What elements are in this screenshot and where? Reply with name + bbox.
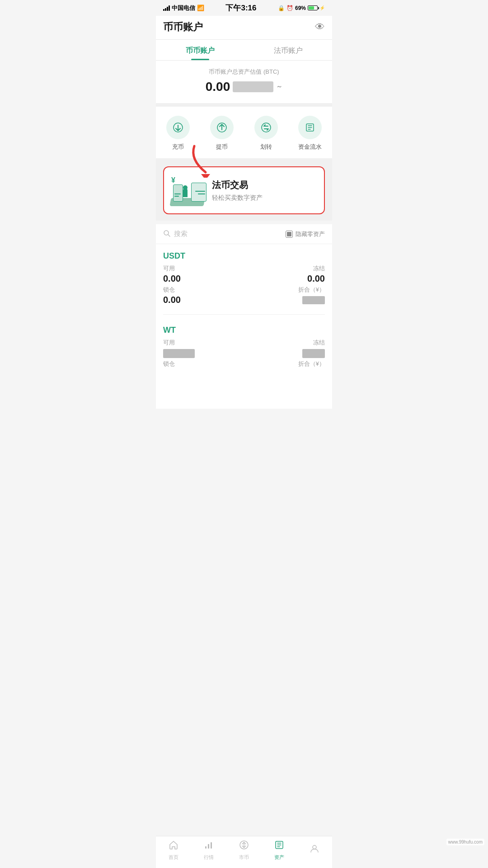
svg-line-6 <box>168 235 170 236</box>
usdt-locked-amounts-row: 0.00 <box>163 295 325 305</box>
alarm-icon: ⏰ <box>286 5 293 11</box>
hide-zero-section[interactable]: 隐藏零资产 <box>286 230 325 238</box>
usdt-equivalent-blurred <box>302 296 325 304</box>
wt-available-blurred <box>163 348 195 358</box>
usdt-available-value: 0.00 <box>163 274 181 284</box>
hide-zero-label: 隐藏零资产 <box>296 230 325 238</box>
battery-icon <box>308 5 318 10</box>
wt-amounts-row <box>163 348 325 358</box>
svg-marker-4 <box>201 174 210 178</box>
status-left: 中国电信 📶 <box>163 4 204 12</box>
usdt-locked-label: 锁仓 <box>163 286 175 294</box>
wt-available-label: 可用 <box>163 339 175 347</box>
signal-bars <box>163 5 170 11</box>
banner-title: 法币交易 <box>212 179 318 191</box>
asset-amount-value: 0.00 <box>206 80 230 94</box>
wt-locked-label: 锁仓 <box>163 360 175 368</box>
transfer-button[interactable]: 划转 <box>254 116 278 151</box>
history-button[interactable]: 资金流水 <box>298 116 322 151</box>
usdt-labels-row: 可用 冻结 <box>163 264 325 273</box>
usdt-locked-value: 0.00 <box>163 295 181 305</box>
wt-locked-labels-row: 锁仓 折合（¥） <box>163 360 325 368</box>
usdt-amounts-row: 0.00 0.00 <box>163 274 325 284</box>
banner-section: ¥ 法币交易 轻松买卖数字资产 <box>156 162 332 221</box>
asset-summary-section: 币币账户总资产估值 (BTC) 0.00 ～ <box>156 61 332 107</box>
status-time: 下午3:16 <box>225 3 256 13</box>
wt-frozen-blurred <box>302 348 325 358</box>
charging-icon: ⚡ <box>319 5 325 10</box>
tab-fiat-account[interactable]: 法币账户 <box>244 40 332 60</box>
usdt-frozen-value: 0.00 <box>307 274 325 284</box>
search-placeholder[interactable]: 搜索 <box>174 230 188 238</box>
history-icon <box>298 116 322 139</box>
wt-labels-row: 可用 冻结 <box>163 339 325 347</box>
wt-section: WT <box>163 318 325 337</box>
usdt-frozen-label: 冻结 <box>313 264 325 273</box>
usdt-locked-labels-row: 锁仓 折合（¥） <box>163 286 325 294</box>
tab-coin-account[interactable]: 币币账户 <box>156 40 244 60</box>
page-title: 币币账户 <box>163 20 203 34</box>
wt-equivalent-label: 折合（¥） <box>298 360 325 368</box>
status-right: 🔒 ⏰ 69% ⚡ <box>278 5 325 11</box>
asset-summary-amount: 0.00 ～ <box>156 80 332 94</box>
wifi-icon: 📶 <box>197 5 204 11</box>
withdraw-icon <box>210 116 234 139</box>
carrier-name: 中国电信 <box>172 4 195 12</box>
battery-percent: 69% <box>295 5 306 11</box>
usdt-section: USDT <box>163 244 325 263</box>
header: 币币账户 👁 <box>156 16 332 40</box>
hide-zero-checkbox[interactable] <box>286 231 293 238</box>
search-section: 搜索 隐藏零资产 <box>156 224 332 244</box>
divider-1 <box>163 314 325 315</box>
dropdown-icon: ～ <box>276 83 282 91</box>
asset-summary-label: 币币账户总资产估值 (BTC) <box>156 68 332 76</box>
search-icon <box>163 230 170 238</box>
wt-name: WT <box>163 326 176 335</box>
lock-icon: 🔒 <box>278 5 285 11</box>
eye-icon[interactable]: 👁 <box>315 21 325 33</box>
search-left: 搜索 <box>163 230 188 238</box>
status-bar: 中国电信 📶 下午3:16 🔒 ⏰ 69% ⚡ <box>156 0 332 16</box>
wt-detail: 可用 冻结 锁仓 折合（¥） <box>163 337 325 373</box>
usdt-equivalent-label: 折合（¥） <box>298 286 325 294</box>
usdt-name: USDT <box>163 251 185 260</box>
banner-text: 法币交易 轻松买卖数字资产 <box>212 179 318 202</box>
asset-list: USDT 可用 冻结 0.00 0.00 锁仓 折合（¥） 0.00 WT 可用… <box>156 244 332 409</box>
transfer-label: 划转 <box>260 143 272 151</box>
annotation-arrow <box>181 142 226 179</box>
asset-amount-blurred <box>233 81 273 92</box>
banner-subtitle: 轻松买卖数字资产 <box>212 194 318 202</box>
transfer-icon <box>254 116 278 139</box>
svg-point-2 <box>262 123 271 132</box>
deposit-icon <box>166 116 190 139</box>
tab-bar: 币币账户 法币账户 <box>156 40 332 61</box>
wt-frozen-label: 冻结 <box>313 339 325 347</box>
usdt-available-label: 可用 <box>163 264 175 273</box>
history-label: 资金流水 <box>298 143 322 151</box>
usdt-detail: 可用 冻结 0.00 0.00 锁仓 折合（¥） 0.00 <box>163 263 325 311</box>
